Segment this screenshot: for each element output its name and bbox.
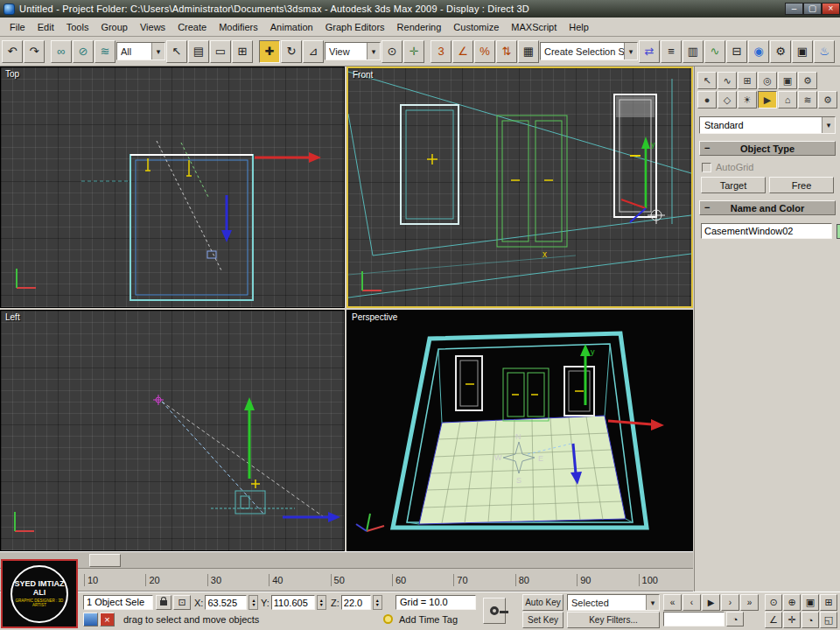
schematic-view-icon[interactable]: ⊟ xyxy=(726,40,747,63)
object-name-input[interactable] xyxy=(701,223,832,239)
menu-item[interactable]: Rendering xyxy=(391,19,448,35)
select-and-rotate-icon[interactable]: ↻ xyxy=(281,40,302,63)
menu-item[interactable]: Modifiers xyxy=(213,19,264,35)
window-crossing-icon[interactable]: ⊞ xyxy=(232,40,253,63)
object-type-rollout-header[interactable]: Object Type xyxy=(699,141,836,156)
selection-filter-dropdown[interactable]: All xyxy=(116,42,165,60)
play-button[interactable]: ▶ xyxy=(702,594,720,611)
select-and-link-icon[interactable]: ∞ xyxy=(51,40,72,63)
time-slider-track[interactable] xyxy=(0,551,693,569)
select-and-uniform-scale-icon[interactable]: ⊿ xyxy=(303,40,324,63)
key-selection-dropdown[interactable]: Selected xyxy=(567,594,660,611)
viewport-left[interactable]: Left xyxy=(0,310,345,551)
named-selection-set-combo[interactable]: Create Selection Set xyxy=(540,42,638,60)
free-button[interactable]: Free xyxy=(769,177,834,193)
previous-frame-button[interactable]: ‹ xyxy=(682,594,701,611)
select-and-move-icon[interactable]: ✚ xyxy=(259,40,280,63)
curve-editor-icon[interactable]: ∿ xyxy=(704,40,725,63)
spinner-snap-icon[interactable]: ⇅ xyxy=(496,40,517,63)
go-to-start-button[interactable]: « xyxy=(663,594,682,611)
minimize-button[interactable]: – xyxy=(785,3,803,15)
category-lights-icon[interactable]: ☀ xyxy=(738,91,757,108)
viewport-top[interactable]: Top xyxy=(0,66,345,308)
quick-render-icon[interactable]: ♨ xyxy=(814,40,835,63)
category-space-warps-icon[interactable]: ≋ xyxy=(798,91,817,108)
select-and-manipulate-icon[interactable]: ✛ xyxy=(403,40,424,63)
angle-snap-icon[interactable]: ∠ xyxy=(452,40,473,63)
category-cameras-icon[interactable]: ▶ xyxy=(758,91,777,108)
field-of-view-icon[interactable]: ∠ xyxy=(765,612,782,628)
menu-item[interactable]: Help xyxy=(563,19,595,35)
add-time-tag[interactable]: Add Time Tag xyxy=(399,614,458,625)
set-key-button[interactable]: Set Key xyxy=(522,612,564,628)
rectangular-selection-region-icon[interactable]: ▭ xyxy=(210,40,231,63)
align-icon[interactable]: ≡ xyxy=(661,40,682,63)
maximize-button[interactable]: ▢ xyxy=(803,3,822,15)
snaps-toggle-icon[interactable]: 3 xyxy=(430,40,452,63)
viewport-perspective[interactable]: Perspective xyxy=(346,310,693,551)
select-object-icon[interactable]: ↖ xyxy=(166,40,187,63)
absolute-offset-toggle[interactable]: ⊡ xyxy=(173,595,191,610)
zoom-all-icon[interactable]: ⊕ xyxy=(783,594,801,611)
z-spinner-icon[interactable] xyxy=(373,595,382,610)
target-button[interactable]: Target xyxy=(701,177,766,193)
viewport-left-label[interactable]: Left xyxy=(5,312,20,322)
material-editor-icon[interactable]: ◉ xyxy=(748,40,769,63)
time-slider-handle[interactable] xyxy=(89,554,121,567)
menu-item[interactable]: Views xyxy=(134,19,172,35)
percent-snap-icon[interactable]: % xyxy=(474,40,495,63)
tab-utilities-icon[interactable]: ⚙ xyxy=(798,72,817,89)
autogrid-checkbox[interactable] xyxy=(702,163,711,172)
viewport-front[interactable]: Front y xyxy=(346,66,693,308)
layer-manager-icon[interactable]: ▥ xyxy=(682,40,704,63)
object-color-swatch[interactable] xyxy=(836,224,840,239)
menu-item[interactable]: Customize xyxy=(447,19,505,35)
undo-icon[interactable]: ↶ xyxy=(2,40,23,63)
tab-create-icon[interactable]: ↖ xyxy=(697,72,717,89)
reference-coordinate-dropdown[interactable]: View xyxy=(325,42,381,60)
arc-rotate-icon[interactable]: ◔ xyxy=(802,612,819,628)
rendered-frame-window-icon[interactable]: ▣ xyxy=(792,40,813,63)
tab-modify-icon[interactable]: ∿ xyxy=(718,72,737,89)
viewport-perspective-label[interactable]: Perspective xyxy=(352,312,397,322)
timeline-ruler[interactable]: 102030405060708090100 xyxy=(0,569,693,592)
tab-display-icon[interactable]: ▣ xyxy=(778,72,797,89)
viewport-front-label[interactable]: Front xyxy=(353,70,373,80)
render-setup-icon[interactable]: ⚙ xyxy=(770,40,791,63)
go-to-end-button[interactable]: » xyxy=(740,594,759,611)
select-by-name-icon[interactable]: ▤ xyxy=(188,40,209,63)
y-coordinate-input[interactable] xyxy=(271,595,315,610)
zoom-extents-icon[interactable]: ▣ xyxy=(802,594,819,611)
category-geometry-icon[interactable]: ● xyxy=(697,91,717,108)
menu-item[interactable]: MAXScript xyxy=(505,19,563,35)
menu-item[interactable]: Edit xyxy=(32,19,60,35)
zoom-extents-all-icon[interactable]: ⊞ xyxy=(820,594,837,611)
selection-lock-toggle[interactable] xyxy=(156,595,172,610)
time-configuration-button[interactable]: ◔ xyxy=(726,612,744,626)
category-shapes-icon[interactable]: ◇ xyxy=(718,91,737,108)
zoom-icon[interactable]: ⊙ xyxy=(765,594,782,611)
object-category-dropdown[interactable]: Standard xyxy=(699,116,836,134)
x-spinner-icon[interactable] xyxy=(248,595,258,610)
close-button[interactable]: × xyxy=(822,3,840,15)
redo-icon[interactable]: ↷ xyxy=(24,40,45,63)
bind-to-space-warp-icon[interactable]: ≋ xyxy=(94,40,116,63)
menu-item[interactable]: Tools xyxy=(60,19,95,35)
key-filters-button[interactable]: Key Filters... xyxy=(567,612,660,628)
viewport-top-label[interactable]: Top xyxy=(5,69,19,79)
listener-close-icon[interactable] xyxy=(100,612,115,626)
unlink-selection-icon[interactable]: ⊘ xyxy=(73,40,94,63)
category-helpers-icon[interactable]: ⌂ xyxy=(778,91,797,108)
mirror-icon[interactable]: ⇄ xyxy=(639,40,660,63)
tab-hierarchy-icon[interactable]: ⊞ xyxy=(738,72,757,89)
edit-named-selection-sets-icon[interactable]: ▦ xyxy=(518,40,539,63)
menu-item[interactable]: File xyxy=(4,19,32,35)
set-keys-button[interactable] xyxy=(483,598,506,624)
tab-motion-icon[interactable]: ◎ xyxy=(758,72,777,89)
maxscript-mini-listener-icon[interactable] xyxy=(83,612,98,626)
maximize-viewport-toggle-icon[interactable]: ◱ xyxy=(820,612,837,628)
auto-key-button[interactable]: Auto Key xyxy=(522,594,564,611)
menu-item[interactable]: Group xyxy=(94,19,134,35)
pan-icon[interactable]: ✛ xyxy=(783,612,801,628)
name-color-rollout-header[interactable]: Name and Color xyxy=(699,200,836,215)
